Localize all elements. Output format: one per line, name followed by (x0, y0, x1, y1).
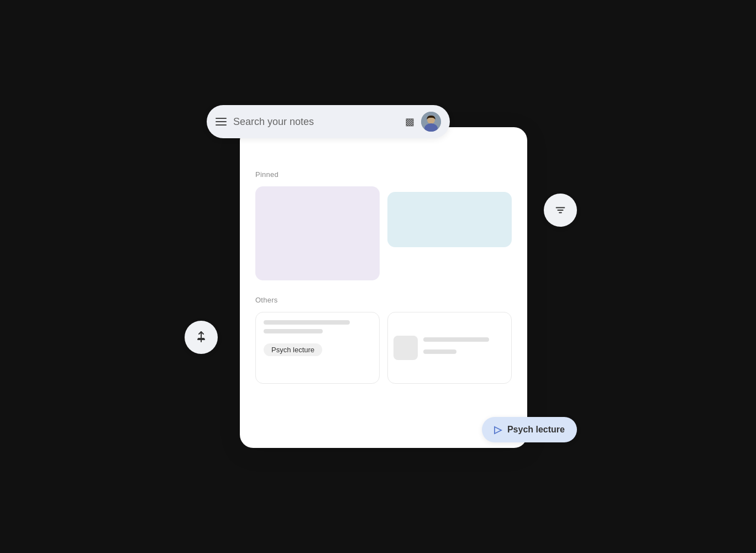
note-text-lines (423, 337, 506, 358)
label-bubble-icon: ▷ (494, 424, 502, 436)
pin-button[interactable] (185, 321, 218, 354)
other-note-1[interactable]: Psych lecture (255, 312, 380, 384)
note-line (423, 349, 456, 354)
filter-button[interactable] (544, 194, 577, 227)
note-tag: Psych lecture (264, 343, 322, 356)
avatar[interactable] (421, 112, 441, 132)
layout-icon[interactable]: ▩ (405, 116, 414, 128)
other-note-2[interactable] (387, 312, 512, 384)
others-notes-grid: Psych lecture (255, 312, 512, 384)
bubble-label-text: Psych lecture (507, 425, 565, 435)
others-section-label: Others (255, 296, 512, 304)
pinned-notes-grid (255, 186, 512, 280)
search-placeholder: Search your notes (233, 116, 398, 128)
filter-icon (554, 204, 566, 216)
search-bar[interactable]: Search your notes ▩ (207, 105, 450, 138)
note-thumbnail (393, 336, 418, 360)
pinned-note-1[interactable] (255, 186, 380, 280)
pinned-section-label: Pinned (255, 170, 512, 179)
note-line (264, 320, 350, 325)
pin-icon (195, 331, 208, 344)
menu-icon[interactable] (216, 118, 227, 126)
note-line (264, 329, 323, 333)
pinned-note-2[interactable] (387, 192, 512, 247)
psych-label-bubble[interactable]: ▷ Psych lecture (482, 417, 577, 442)
note-line (423, 337, 489, 342)
notes-card: Pinned Others Psych lecture (240, 127, 527, 448)
